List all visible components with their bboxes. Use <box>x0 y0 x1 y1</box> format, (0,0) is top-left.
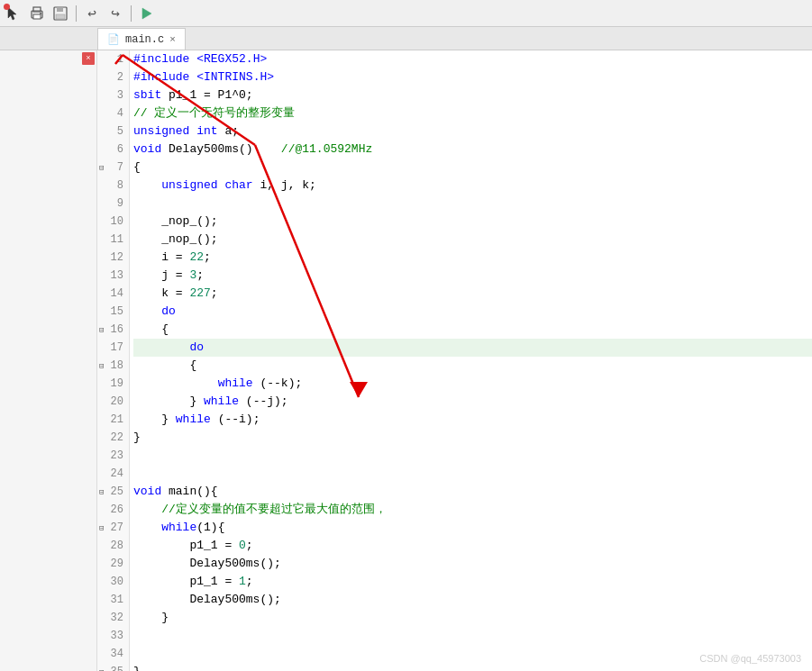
code-line: } <box>133 429 812 447</box>
code-line: } while (--i); <box>133 411 812 429</box>
line-number: 6 <box>97 141 129 159</box>
line-number: 11 <box>97 231 129 249</box>
code-line: #include <INTRINS.H> <box>133 68 812 86</box>
code-line: } <box>133 663 812 671</box>
line-number: 9 <box>97 195 129 213</box>
save-icon[interactable] <box>50 4 70 23</box>
line-number: 10 <box>97 213 129 231</box>
tab-file-icon: 📄 <box>107 33 120 45</box>
sidebar-close-button[interactable]: × <box>82 52 95 65</box>
line-number: 1 <box>97 50 129 68</box>
line-numbers: 123456⊟789101112131415⊟1617⊟181920212223… <box>97 50 130 671</box>
code-line: void main(){ <box>133 483 812 501</box>
line-number: 15 <box>97 303 129 321</box>
build-icon[interactable] <box>137 4 157 23</box>
fold-icon[interactable]: ⊟ <box>99 163 104 173</box>
code-line <box>133 465 812 483</box>
undo-icon[interactable]: ↩ <box>82 4 102 23</box>
line-number: 2 <box>97 68 129 86</box>
code-line: } while (--j); <box>133 393 812 411</box>
toolbar-divider-2 <box>131 5 132 22</box>
code-line: { <box>133 159 812 177</box>
code-line: } <box>133 609 812 627</box>
code-line: //定义变量的值不要超过它最大值的范围， <box>133 501 812 519</box>
editor-container: × 123456⊟789101112131415⊟1617⊟1819202122… <box>0 50 812 671</box>
line-number: 19 <box>97 375 129 393</box>
toolbar: ↩ ↪ <box>0 0 812 27</box>
line-number: 24 <box>97 465 129 483</box>
fold-icon[interactable]: ⊟ <box>99 325 104 335</box>
redo-icon[interactable]: ↪ <box>105 4 125 23</box>
tab-close-button[interactable]: × <box>169 34 176 45</box>
code-line: // 定义一个无符号的整形变量 <box>133 104 812 122</box>
code-line: unsigned char i, j, k; <box>133 177 812 195</box>
toolbar-divider-1 <box>76 5 77 22</box>
svg-marker-7 <box>142 8 151 19</box>
code-line: k = 227; <box>133 285 812 303</box>
line-number: 21 <box>97 411 129 429</box>
code-lines: #include <REGX52.H>#include <INTRINS.H>s… <box>130 50 812 671</box>
code-line <box>133 627 812 645</box>
code-line: do <box>133 339 812 357</box>
code-line: _nop_(); <box>133 231 812 249</box>
code-line: while(1){ <box>133 519 812 537</box>
line-number: 28 <box>97 537 129 555</box>
line-number: 5 <box>97 122 129 141</box>
code-line <box>133 447 812 465</box>
code-line: sbit p1_1 = P1^0; <box>133 86 812 104</box>
editor[interactable]: 123456⊟789101112131415⊟1617⊟181920212223… <box>97 50 812 671</box>
code-line: Delay500ms(); <box>133 555 812 573</box>
code-line: p1_1 = 0; <box>133 537 812 555</box>
tab-label: main.c <box>125 33 164 46</box>
line-number: 20 <box>97 393 129 411</box>
line-number: 31 <box>97 591 129 609</box>
tabbar: 📄 main.c × <box>0 27 812 50</box>
code-line: Delay500ms(); <box>133 591 812 609</box>
code-line: { <box>133 321 812 339</box>
fold-icon[interactable]: ⊟ <box>99 361 104 371</box>
main-tab[interactable]: 📄 main.c × <box>97 28 186 50</box>
watermark: CSDN @qq_45973003 <box>699 653 801 664</box>
svg-rect-2 <box>33 14 41 19</box>
line-number: 12 <box>97 249 129 267</box>
line-number: ⊟27 <box>97 519 129 537</box>
line-number: ⊟25 <box>97 483 129 501</box>
line-number: 32 <box>97 609 129 627</box>
line-number: 8 <box>97 177 129 195</box>
code-area: 123456⊟789101112131415⊟1617⊟181920212223… <box>97 50 812 671</box>
code-line: j = 3; <box>133 267 812 285</box>
cursor-icon[interactable] <box>4 4 23 23</box>
fold-icon[interactable]: ⊟ <box>99 487 104 497</box>
line-number: ⊟7 <box>97 159 129 177</box>
line-number: 17 <box>97 339 129 357</box>
code-line: void Delay500ms() //@11.0592MHz <box>133 141 812 159</box>
code-line: #include <REGX52.H> <box>133 50 812 68</box>
line-number: ⊟16 <box>97 321 129 339</box>
line-number: 29 <box>97 555 129 573</box>
svg-point-3 <box>40 13 41 14</box>
line-number: 33 <box>97 627 129 645</box>
line-number: 23 <box>97 447 129 465</box>
code-line: p1_1 = 1; <box>133 573 812 591</box>
sidebar: × <box>0 50 97 671</box>
line-number: 3 <box>97 86 129 104</box>
line-number: 14 <box>97 285 129 303</box>
fold-icon[interactable]: ⊟ <box>99 523 104 533</box>
line-number: 13 <box>97 267 129 285</box>
print-icon[interactable] <box>27 4 47 23</box>
code-line: { <box>133 357 812 375</box>
line-number: 22 <box>97 429 129 447</box>
code-line: _nop_(); <box>133 213 812 231</box>
svg-rect-5 <box>57 7 63 12</box>
line-number: 34 <box>97 645 129 663</box>
code-line: i = 22; <box>133 249 812 267</box>
code-line <box>133 195 812 213</box>
line-number: 26 <box>97 501 129 519</box>
svg-rect-6 <box>56 14 65 19</box>
line-number: 30 <box>97 573 129 591</box>
line-number: ⊟35 <box>97 663 129 671</box>
fold-icon[interactable]: ⊟ <box>99 667 104 672</box>
code-line: do <box>133 303 812 321</box>
code-line: while (--k); <box>133 375 812 393</box>
line-number: ⊟18 <box>97 357 129 375</box>
